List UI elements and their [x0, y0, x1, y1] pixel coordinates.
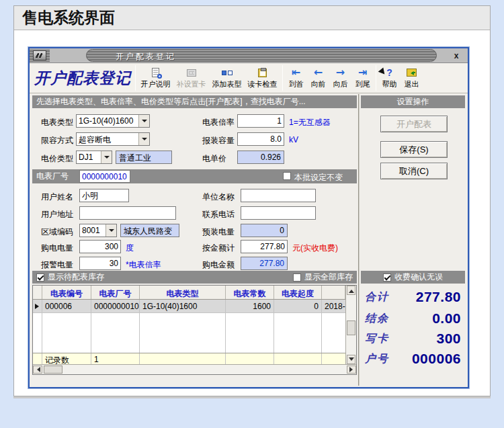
- write-card-value: 300: [436, 331, 461, 347]
- capacity-label: 报装容量: [202, 135, 235, 146]
- multiplier-label: 电表倍率: [202, 117, 235, 128]
- alarm-qty-label: 报警电量: [41, 259, 73, 271]
- purchase-qty-input[interactable]: [79, 240, 121, 253]
- go-next-button[interactable]: → 向后: [329, 64, 351, 92]
- multiplier-input[interactable]: [237, 114, 284, 128]
- purchase-amt-field: 277.80: [241, 257, 288, 270]
- toolbar-separator: [282, 65, 283, 91]
- show-pending-label: 显示待配表库存: [48, 271, 104, 283]
- limit-mode-combobox[interactable]: 超容断电: [76, 132, 150, 146]
- save-button[interactable]: 保存(S): [380, 141, 448, 158]
- scroll-left-icon[interactable]: [33, 366, 42, 374]
- col-header-factory-no[interactable]: 电表厂号: [91, 286, 140, 299]
- help-button[interactable]: ? 帮助: [378, 64, 401, 92]
- phone-label: 联系电话: [202, 209, 235, 220]
- exit-button[interactable]: 退出: [401, 64, 423, 92]
- by-amount-label: 按金额计: [202, 243, 235, 254]
- account-no-label: 户号: [365, 352, 389, 366]
- factory-no-label: 电表厂号: [36, 171, 69, 182]
- chevron-down-icon[interactable]: [106, 224, 116, 237]
- write-card-label: 写卡: [365, 332, 389, 346]
- last-arrow-icon: ⇥: [358, 67, 367, 79]
- close-icon[interactable]: x: [450, 50, 462, 61]
- user-addr-input[interactable]: [79, 206, 176, 220]
- batch-fixed-checkbox[interactable]: [283, 172, 291, 180]
- batch-fixed-label: 本批设定不变: [294, 172, 343, 183]
- horizontal-scroll-thumb[interactable]: [44, 366, 62, 374]
- show-all-label: 显示全部库存: [304, 271, 353, 283]
- user-name-label: 用户姓名: [41, 191, 73, 203]
- unit-price-field: 0.926: [237, 151, 284, 164]
- alarm-qty-input[interactable]: [79, 257, 121, 270]
- confirm-bar: 收费确认无误: [361, 271, 465, 284]
- price-type-label: 电价类型: [41, 153, 73, 165]
- col-header-start-reading[interactable]: 电表起度: [274, 286, 322, 299]
- meter-type-combobox[interactable]: 1G-10(40)1600: [76, 114, 150, 128]
- by-amount-input[interactable]: [241, 240, 288, 253]
- right-pane: 设置操作 开户配表 保存(S) 取消(C) 收费确认无误 合计 277.80 结…: [360, 94, 466, 386]
- instructions-button[interactable]: 开户说明: [138, 64, 173, 92]
- vertical-scroll-thumb[interactable]: [347, 320, 355, 335]
- col-header-meter-no[interactable]: 电表编号: [42, 286, 91, 299]
- price-type-combobox[interactable]: DJ1: [76, 151, 112, 164]
- window-titlebar: 开户配表登记 x: [30, 48, 468, 63]
- phone-input[interactable]: [241, 206, 316, 220]
- clipboard-icon: [258, 67, 267, 79]
- page-card: 售电系统界面 开户配表登记 x 开户配表登记 开户说明 补设置卡 添加表型: [13, 5, 491, 396]
- setup-card-button: 补设置卡: [173, 64, 209, 92]
- toolbar-separator: [135, 65, 136, 91]
- record-count-label: 记录数: [42, 353, 91, 364]
- meter-stock-table: 电表编号 电表厂号 电表类型 电表常数 电表起度 000006 00000000: [32, 285, 357, 375]
- capacity-input[interactable]: [237, 132, 284, 146]
- table-row[interactable]: 000006 0000000010 1G-10(40)1600 1600 0 2…: [33, 300, 345, 313]
- scroll-up-icon[interactable]: [347, 286, 355, 295]
- col-header-date[interactable]: [322, 286, 345, 299]
- window-icon: [33, 50, 46, 60]
- scroll-down-icon[interactable]: [347, 355, 355, 364]
- chevron-down-icon[interactable]: [101, 151, 112, 163]
- limit-mode-label: 限容方式: [41, 135, 73, 146]
- org-name-input[interactable]: [241, 189, 316, 202]
- read-card-check-button[interactable]: 读卡检查: [245, 64, 280, 92]
- toolbar-separator: [376, 65, 376, 91]
- left-pane: 先选择电表类型、电表倍率、电价类型等后点击[开户配表]，查找电表厂号... 电表…: [31, 94, 358, 386]
- org-name-label: 单位名称: [202, 191, 235, 203]
- row-marker-icon: [33, 300, 42, 312]
- show-pending-checkbox[interactable]: [36, 273, 44, 282]
- go-last-button[interactable]: ⇥ 到尾: [351, 64, 374, 92]
- prev-arrow-icon: ←: [314, 67, 323, 79]
- chevron-down-icon[interactable]: [138, 133, 149, 145]
- show-all-checkbox[interactable]: [293, 273, 301, 282]
- window-title: 开户配表登记: [116, 51, 176, 62]
- col-header-constant[interactable]: 电表常数: [226, 286, 274, 299]
- alarm-qty-hint: *电表倍率: [126, 259, 161, 271]
- factory-no-input[interactable]: [79, 170, 130, 183]
- account-no-value: 000006: [412, 351, 461, 367]
- table-footer-row: 记录数 1: [33, 353, 345, 364]
- go-prev-button[interactable]: ← 向前: [307, 64, 329, 92]
- by-amount-hint: 元(实收电费): [292, 243, 338, 254]
- toolbar: 开户配表登记 开户说明 补设置卡 添加表型 读卡检查 ⇤ 到首: [30, 63, 468, 93]
- add-meter-type-button[interactable]: 添加表型: [209, 64, 245, 92]
- horizontal-scrollbar[interactable]: [33, 364, 356, 374]
- user-name-input[interactable]: [79, 189, 129, 202]
- multiplier-hint: 1=无互感器: [289, 117, 331, 128]
- table-empty-area: [33, 313, 345, 353]
- fee-confirm-checkbox[interactable]: [383, 273, 391, 282]
- area-code-label: 区域编码: [41, 226, 73, 238]
- user-addr-label: 用户地址: [41, 209, 73, 220]
- vertical-scrollbar[interactable]: [345, 286, 356, 364]
- area-code-combobox[interactable]: 8001: [79, 224, 117, 237]
- scroll-right-icon[interactable]: [347, 366, 356, 374]
- record-count-value: 1: [91, 353, 140, 364]
- col-header-meter-type[interactable]: 电表类型: [140, 286, 226, 299]
- capacity-hint: kV: [289, 135, 298, 144]
- assign-meter-button: 开户配表: [380, 116, 448, 132]
- app-window: 开户配表登记 x 开户配表登记 开户说明 补设置卡 添加表型 读卡检查: [28, 47, 469, 388]
- cancel-button[interactable]: 取消(C): [380, 163, 448, 179]
- go-first-button[interactable]: ⇤ 到首: [285, 64, 307, 92]
- purchase-qty-hint: 度: [126, 243, 134, 254]
- chevron-down-icon[interactable]: [138, 115, 149, 127]
- help-icon: ?: [386, 67, 392, 79]
- area-desc-field: 城东人民路变: [120, 224, 179, 237]
